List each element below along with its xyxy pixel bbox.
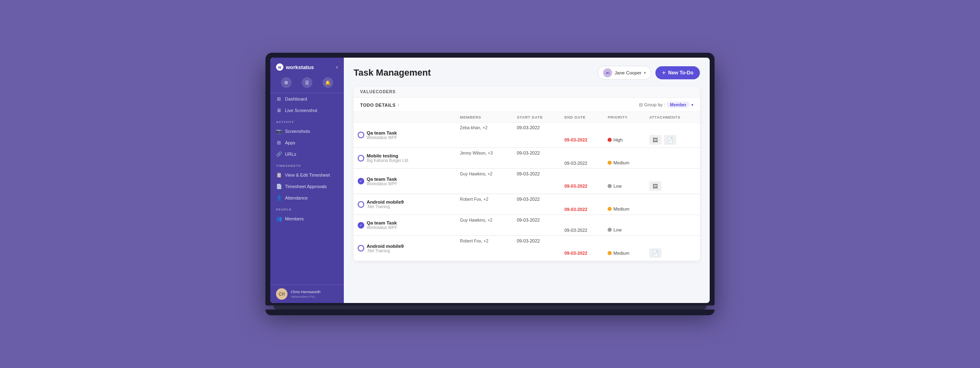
- sidebar-item-view-edit-timesheet[interactable]: 📋 View & Edit Timesheet: [270, 169, 344, 181]
- laptop-base-top: [274, 305, 706, 310]
- task-title: Qa team Task: [367, 220, 397, 225]
- main-content: Task Management JC Jane Cooper ▾ + New T…: [344, 58, 710, 303]
- task-members: Robert Fox, +2: [456, 194, 512, 204]
- priority-dot: [608, 251, 612, 255]
- chevron-down-icon: ▾: [644, 71, 646, 75]
- attachment-icon[interactable]: 🖼: [649, 135, 662, 145]
- task-attachments: [645, 158, 700, 168]
- col-end-date: END DATE: [560, 112, 604, 123]
- task-checkbox[interactable]: [358, 178, 364, 184]
- sidebar-item-live-screenshot[interactable]: 🖥 Live Screenshot: [270, 105, 344, 116]
- task-members: Jenny Wilson, +3: [456, 148, 512, 158]
- task-table: MEMBERS START DATE END DATE PRIORITY ATT…: [354, 112, 700, 261]
- sidebar-collapse-button[interactable]: ‹: [336, 63, 338, 71]
- settings-icon-btn[interactable]: ⚙: [281, 77, 292, 88]
- task-members-2: [456, 132, 512, 148]
- sidebar-item-apps[interactable]: ⊞ Apps: [270, 137, 344, 148]
- members-icon: 👥: [276, 216, 282, 222]
- task-end-date-empty: [560, 148, 604, 158]
- task-attachments-empty: [645, 215, 700, 225]
- live-screenshot-icon: 🖥: [276, 108, 282, 113]
- attendance-icon: 👤: [276, 195, 282, 201]
- sidebar-item-screenshots[interactable]: 📷 Screenshots: [270, 126, 344, 137]
- group-label: VALUECODERS: [354, 86, 700, 98]
- task-priority: Medium: [604, 158, 645, 168]
- task-attachments-empty: [645, 123, 700, 133]
- task-priority: Low: [604, 179, 645, 194]
- attachment-icon[interactable]: 🖼: [649, 181, 662, 191]
- table-row: Android mobile9 .Net Training Robert Fox…: [354, 236, 700, 246]
- task-start-2: [513, 204, 560, 215]
- task-attachments: [645, 225, 700, 236]
- task-attachments: 🖼: [645, 179, 700, 194]
- logo-icon: w: [276, 63, 283, 71]
- sidebar-section-timesheets: TIMESHEETS 📋 View & Edit Timesheet 📄 Tim…: [270, 160, 344, 204]
- task-table-body: Qa team Task Workstatus WPF Zeba khan, +…: [354, 123, 700, 261]
- sidebar-item-attendance[interactable]: 👤 Attendance: [270, 192, 344, 204]
- task-subtitle: .Net Training: [367, 249, 404, 253]
- task-title: Mobile testing: [367, 153, 409, 158]
- sidebar-nav-main: ⊞ Dashboard 🖥 Live Screenshot: [270, 93, 344, 116]
- screenshots-icon: 📷: [276, 128, 282, 134]
- attachment-icon[interactable]: 📄: [664, 135, 676, 145]
- priority-label: Medium: [613, 160, 629, 165]
- user-name: Chris Hemsworth: [291, 289, 321, 294]
- table-header: MEMBERS START DATE END DATE PRIORITY ATT…: [354, 112, 700, 123]
- sidebar-section-people: PEOPLE 👥 Members: [270, 204, 344, 224]
- sidebar-item-urls[interactable]: 🔗 URLs: [270, 148, 344, 160]
- task-name-cell: Qa team Task Workstatus WPF: [354, 123, 456, 148]
- new-todo-button[interactable]: + New To-Do: [655, 66, 700, 79]
- task-start-date: 09-03-2022: [513, 194, 560, 204]
- task-subtitle: Workstatus WPF: [367, 135, 397, 140]
- group-by-chevron-icon: ▾: [691, 103, 693, 107]
- sidebar-logo: w workstatus ‹: [270, 58, 344, 75]
- task-priority-empty: [604, 236, 645, 246]
- task-checkbox[interactable]: [358, 132, 364, 138]
- task-start-date: 09-03-2022: [513, 148, 560, 158]
- user-selector[interactable]: JC Jane Cooper ▾: [598, 66, 651, 80]
- priority-dot: [608, 138, 612, 142]
- sidebar-item-label: View & Edit Timesheet: [285, 173, 330, 177]
- sidebar-item-label: Screenshots: [285, 129, 310, 134]
- attachment-icon[interactable]: 📄: [649, 248, 662, 258]
- task-members-2: [456, 158, 512, 168]
- task-checkbox[interactable]: [358, 222, 364, 229]
- activity-section-label: ACTIVITY: [270, 116, 344, 126]
- task-priority-empty: [604, 169, 645, 179]
- task-priority-empty: [604, 123, 645, 133]
- laptop-frame: w workstatus ‹ ⚙ ☰ 🔔 ⊞ Dashboard: [265, 53, 715, 315]
- task-end-date: 09-03-2022: [560, 132, 604, 148]
- table-row: Qa team Task Workstatus WPF Guy Hawkins,…: [354, 169, 700, 179]
- col-todo-details: [354, 112, 456, 123]
- priority-label: Low: [613, 184, 621, 188]
- user-info: Chris Hemsworth Valuecoders Pvt...: [291, 289, 321, 298]
- menu-icon-btn[interactable]: ☰: [302, 77, 312, 88]
- task-checkbox[interactable]: [358, 155, 364, 162]
- task-start-date: 09-03-2022: [513, 236, 560, 246]
- sidebar-item-dashboard[interactable]: ⊞ Dashboard: [270, 93, 344, 105]
- logo-label: workstatus: [286, 64, 314, 70]
- priority-label: Medium: [613, 251, 629, 256]
- sidebar-item-timesheet-approvals[interactable]: 📄 Timesheet Approvals: [270, 181, 344, 192]
- task-subtitle: Big Kahuna Burger Ltd.: [367, 158, 409, 163]
- table-row-separator: [354, 261, 700, 261]
- task-start-2: [513, 225, 560, 236]
- task-attachments-empty: [645, 236, 700, 246]
- notifications-icon-btn[interactable]: 🔔: [323, 77, 333, 88]
- approvals-icon: 📄: [276, 184, 282, 189]
- col-attachments: ATTACHMENTS: [645, 112, 700, 123]
- sidebar-item-label: Timesheet Approvals: [285, 184, 327, 189]
- task-checkbox[interactable]: [358, 245, 364, 251]
- group-by-value[interactable]: Member: [667, 101, 690, 108]
- task-end-date-empty: [560, 215, 604, 225]
- priority-label: High: [613, 137, 623, 142]
- task-end-date-empty: [560, 123, 604, 133]
- task-subtitle: Workstatus WPF: [367, 225, 397, 230]
- sidebar-item-label: Live Screenshot: [285, 108, 317, 113]
- task-end-date: 09-03-2022: [560, 246, 604, 261]
- screen: w workstatus ‹ ⚙ ☰ 🔔 ⊞ Dashboard: [270, 58, 710, 303]
- task-checkbox[interactable]: [358, 201, 364, 208]
- task-subtitle: Workstatus WPF: [367, 182, 397, 186]
- sidebar-item-members[interactable]: 👥 Members: [270, 213, 344, 224]
- sort-arrow-icon: ↑: [397, 103, 399, 108]
